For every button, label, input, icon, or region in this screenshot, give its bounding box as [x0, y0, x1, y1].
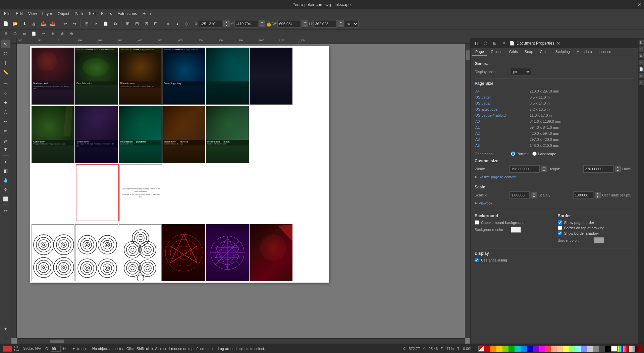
group-button[interactable]: ⊠	[142, 19, 151, 28]
object-props-panel-btn[interactable]: ⬡	[481, 39, 489, 47]
antialiasing-label[interactable]: Use antialiasing	[475, 258, 634, 262]
size-link-a5[interactable]: A5	[475, 143, 529, 148]
bezier-button[interactable]: ⬥	[173, 19, 182, 28]
width-decrement[interactable]: ▼	[541, 169, 547, 172]
palette-black[interactable]	[605, 346, 611, 352]
new-button[interactable]: 📄	[1, 19, 10, 28]
select-tool[interactable]: ↖	[1, 40, 10, 48]
y-increment[interactable]: ▲	[259, 20, 265, 24]
checkerboard-label[interactable]: Checkerboard background	[475, 220, 551, 225]
tab-license[interactable]: License	[595, 48, 615, 56]
h-input[interactable]	[313, 20, 337, 27]
vscrollbar[interactable]	[465, 44, 470, 338]
palette-orange[interactable]	[490, 346, 496, 352]
palette-dark-red-range[interactable]	[635, 346, 641, 352]
snap-grid[interactable]: #	[48, 30, 57, 38]
canvas-area[interactable]: -100 -50 0 100 200 300 400 500 6	[11, 38, 470, 344]
show-border-shadow-checkbox[interactable]	[558, 231, 562, 235]
star-tool[interactable]: ★	[1, 98, 10, 107]
dark-red-card[interactable]	[250, 224, 292, 281]
border-on-top-label[interactable]: Border on top of drawing	[558, 226, 634, 230]
palette-magenta[interactable]	[539, 346, 545, 352]
palette-white[interactable]	[611, 346, 617, 352]
palette-green[interactable]	[508, 346, 515, 352]
height-increment[interactable]: ▲	[615, 166, 621, 169]
card-item[interactable]: If this card is blocked, treat it as rev…	[75, 48, 118, 105]
checkerboard-checkbox[interactable]	[475, 220, 479, 225]
palette-clear[interactable]	[478, 346, 484, 352]
card-item[interactable]	[206, 48, 249, 105]
card-item[interactable]: Incantation — reverse Swap the effects o…	[162, 106, 205, 163]
tab-color[interactable]: Color	[537, 48, 552, 56]
lock-proportions-icon[interactable]: 🔒	[266, 21, 272, 26]
menu-layer[interactable]: Layer	[40, 11, 55, 17]
canvas-content[interactable]: Noxious host If this card gains powerup,…	[17, 44, 465, 338]
dropper-tool[interactable]: 💧	[1, 176, 10, 184]
palette-purple[interactable]	[533, 346, 539, 352]
opacity-input[interactable]	[51, 346, 61, 352]
import-button[interactable]: 📥	[39, 19, 48, 28]
width-increment[interactable]: ▲	[541, 166, 547, 169]
palette-teal[interactable]	[515, 346, 521, 352]
palette-dark-blue[interactable]	[527, 346, 533, 352]
show-page-border-checkbox[interactable]	[558, 220, 562, 225]
strip-btn-1[interactable]: ◧	[639, 40, 644, 45]
height-decrement[interactable]: ▼	[615, 169, 621, 172]
rect-tool[interactable]: ▭	[1, 79, 10, 88]
print-button[interactable]: 🖨	[30, 19, 38, 28]
antialiasing-checkbox[interactable]	[475, 258, 479, 262]
menu-text[interactable]: Text	[86, 11, 98, 17]
pentagram-card[interactable]	[162, 224, 205, 281]
tab-grids[interactable]: Grids	[506, 48, 521, 56]
x-input[interactable]	[199, 20, 222, 27]
nodes-button[interactable]: ◈	[164, 19, 172, 28]
palette-light-red[interactable]	[545, 346, 551, 352]
tab-page[interactable]: Page	[472, 48, 487, 56]
snap-guide[interactable]: ⊸	[39, 30, 48, 38]
tab-scripting[interactable]: Scripting	[552, 48, 573, 56]
size-link-a1[interactable]: A1	[475, 125, 529, 130]
menu-filters[interactable]: Filters	[98, 11, 115, 17]
measure-tool[interactable]: 📏	[1, 68, 10, 76]
zoom-out-tool[interactable]: −	[1, 334, 10, 342]
strip-btn-5[interactable]: 📄	[639, 66, 644, 72]
undo-button[interactable]: ↩	[61, 19, 69, 28]
card-item[interactable]	[250, 48, 292, 105]
palette-red-range[interactable]	[623, 346, 629, 352]
panel-close-button[interactable]: ✕	[556, 41, 560, 46]
pen-tool[interactable]: ✒	[1, 117, 10, 126]
card-item[interactable]: Incantation — powerup 2 is 3, and 1 is 2…	[119, 106, 162, 163]
strip-btn-3[interactable]: ⊞	[639, 53, 644, 58]
circles-card-2[interactable]	[75, 224, 118, 281]
menu-view[interactable]: View	[25, 11, 40, 17]
tab-snap[interactable]: Snap	[521, 48, 537, 56]
size-link-a0[interactable]: A0	[475, 119, 529, 124]
tab-guides[interactable]: Guides	[487, 48, 506, 56]
y-input[interactable]	[234, 20, 258, 27]
scale-x-input[interactable]	[509, 191, 530, 199]
x-increment[interactable]: ▲	[223, 20, 230, 24]
size-link-tabloid[interactable]: US Ledger/Tabloid	[475, 113, 529, 118]
height-input[interactable]	[583, 165, 613, 173]
portrait-radio-label[interactable]: Portrait	[511, 152, 528, 156]
scaley-increment[interactable]: ▲	[595, 192, 601, 195]
card-item[interactable]: Vindication The player of this card may …	[75, 106, 118, 163]
layer-indicator[interactable]: ▼ (root)	[70, 346, 88, 351]
palette-light-blue[interactable]	[575, 346, 581, 352]
gradient-tool[interactable]: ⬥	[1, 157, 10, 166]
palette-light-gray[interactable]	[587, 346, 593, 352]
palette-peach[interactable]	[557, 346, 563, 352]
callig-tool[interactable]: ℘	[1, 136, 10, 144]
cut-button[interactable]: ✂	[92, 19, 101, 28]
portrait-radio[interactable]	[511, 152, 515, 156]
tab-metadata[interactable]: Metadata	[573, 48, 595, 56]
close-button[interactable]: ✕	[637, 2, 641, 7]
distribute-button[interactable]: ⊟	[132, 19, 141, 28]
paste-button[interactable]: 📋	[101, 19, 110, 28]
palette-blue[interactable]	[521, 346, 527, 352]
align-button[interactable]: ⊞	[123, 19, 132, 28]
viewbox-row[interactable]: ▶ Viewbox...	[475, 201, 634, 205]
hscrollbar[interactable]	[17, 338, 465, 344]
fill-stroke-panel-btn[interactable]: ◧	[472, 39, 480, 47]
menu-extensions[interactable]: Extensions	[115, 11, 140, 17]
